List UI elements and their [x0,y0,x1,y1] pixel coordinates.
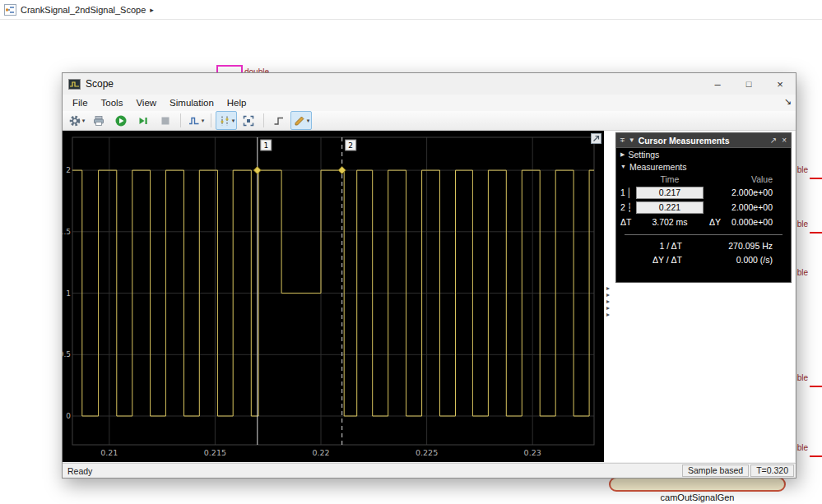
y-tick-label: 0 [66,412,71,420]
scope-window: Scope – □ × File Tools View Simulation H… [62,72,796,479]
breadcrumb-model-name[interactable]: CrankSignal_2ndSignal_Scope [21,5,146,15]
cursor-2-flag-label: 2 [348,141,353,150]
delta-t-label: ΔT [616,217,634,227]
cursor2-label: 2 ┆ [616,202,634,212]
menu-tools[interactable]: Tools [95,98,130,108]
maximize-button[interactable]: □ [733,73,764,95]
panel-header[interactable]: ∓ ▼ Cursor Measurements ↗ × [616,133,791,148]
dock-arrow-icon[interactable]: ↘ [784,96,792,107]
stop-icon [159,114,172,127]
configuration-properties-button[interactable]: ▾ [66,111,87,130]
x-tick-label: 0.225 [416,448,438,457]
measurements-section-toggle[interactable]: ▼ Measurements [616,160,791,173]
panel-pin-icon[interactable]: ∓ [620,136,625,144]
signal-style-icon [188,114,201,127]
y-tick-label: 0.5 [63,350,71,358]
toolbar-separator [211,113,211,127]
stop-button[interactable] [155,111,176,130]
menu-file[interactable]: File [66,98,95,108]
frequency-value: 270.095 Hz [682,241,791,251]
signal-line [810,386,822,387]
menu-view[interactable]: View [129,98,163,108]
print-button[interactable] [88,111,109,130]
measurements-table-header: Time Value [616,173,791,185]
signal-line [810,455,822,457]
dock-area: ▸ ▸ ▸ ▸ ▸ ∓ ▼ Cursor Measurements ↗ × ▶ … [604,131,795,462]
run-button[interactable] [110,111,132,130]
menubar: File Tools View Simulation Help ↘ [63,95,796,111]
style-button[interactable]: ▾ [185,111,207,130]
cursor1-time-input[interactable] [636,187,704,199]
close-button[interactable]: × [764,73,796,95]
slope-label: ΔY / ΔT [616,255,682,265]
delta-y-label: ΔY [705,217,727,227]
x-tick-label: 0.215 [204,448,226,457]
x-tick-label: 0.21 [100,448,118,457]
cursor-1-marker[interactable] [253,167,261,174]
statusbar: Ready Sample based T=0.320 [63,463,796,478]
settings-section-toggle[interactable]: ▶ Settings [616,148,791,160]
cursor2-number: 2 [620,202,625,212]
step-forward-button[interactable] [132,111,154,130]
cursor-measurements-panel: ∓ ▼ Cursor Measurements ↗ × ▶ Settings ▼… [615,132,792,283]
titlebar[interactable]: Scope – □ × [63,73,796,95]
model-icon [4,4,16,16]
gear-icon [68,114,81,127]
run-icon [114,114,128,127]
fit-to-view-button[interactable] [238,111,259,130]
plot-border [72,137,594,445]
cursor1-row: 1 │ 2.000e+00 [616,185,791,200]
signal-line [810,232,822,234]
cursor-2-marker[interactable] [338,167,346,174]
slope-value: 0.000 (/s) [682,255,791,265]
breadcrumb[interactable]: CrankSignal_2ndSignal_Scope ▸ [0,0,822,20]
menu-help[interactable]: Help [221,98,253,108]
delta-y-value: 0.000e+00 [727,217,791,227]
breadcrumb-arrow-icon: ▸ [150,6,154,14]
cursor2-time-input[interactable] [636,201,704,214]
y-tick-label: 1.5 [63,228,71,236]
dropdown-icon: ▾ [307,118,310,124]
minimize-button[interactable]: – [702,73,733,95]
signal-line [810,178,822,179]
cursor2-line-glyph: ┆ [627,202,632,212]
frequency-label: 1 / ΔT [616,241,682,251]
cursor2-value: 2.000e+00 [705,202,791,212]
panel-close-icon[interactable]: × [781,136,787,145]
scope-window-icon [68,79,81,90]
panel-separator [625,234,783,235]
toolbar: ▾ [63,111,796,131]
measurements-button[interactable]: ▾ [290,111,312,130]
splitter-arrow-icon: ▸ [606,312,610,318]
dropdown-icon: ▾ [232,118,235,124]
x-tick-label: 0.23 [524,448,541,457]
cursor1-value: 2.000e+00 [705,187,791,197]
cam-out-signal-gen-block[interactable] [609,477,786,492]
fit-to-view-icon [242,114,255,127]
measurements-arrow-icon: ▼ [620,164,626,169]
panel-collapse-icon[interactable]: ▼ [629,136,635,144]
toolbar-separator [180,113,181,127]
dock-splitter-handle[interactable]: ▸ ▸ ▸ ▸ ▸ [605,285,611,318]
dropdown-icon: ▾ [82,118,86,124]
waveform-plot[interactable]: 120.210.2150.220.2250.2300.511.52 [63,131,604,462]
cursor1-number: 1 [620,187,625,197]
y-tick-label: 1 [66,289,71,298]
status-sample-mode: Sample based [682,465,749,477]
menu-simulation[interactable]: Simulation [163,98,221,108]
expand-axes-icon[interactable] [591,133,601,144]
window-title: Scope [86,78,114,90]
cursor-measurements-button[interactable]: ▾ [216,111,237,130]
trigger-button[interactable] [268,111,290,130]
panel-undock-icon[interactable]: ↗ [769,136,778,145]
settings-arrow-icon: ▶ [620,151,625,158]
cursors-icon [218,114,231,127]
printer-icon [92,114,105,127]
y-tick-label: 2 [66,166,71,174]
plot-area: 120.210.2150.220.2250.2300.511.52 [63,131,604,462]
status-ready: Ready [63,466,92,476]
slope-row: ΔY / ΔT 0.000 (/s) [616,252,791,266]
status-sim-time: T=0.320 [750,465,794,477]
trigger-icon [272,114,286,127]
settings-label: Settings [628,150,659,160]
